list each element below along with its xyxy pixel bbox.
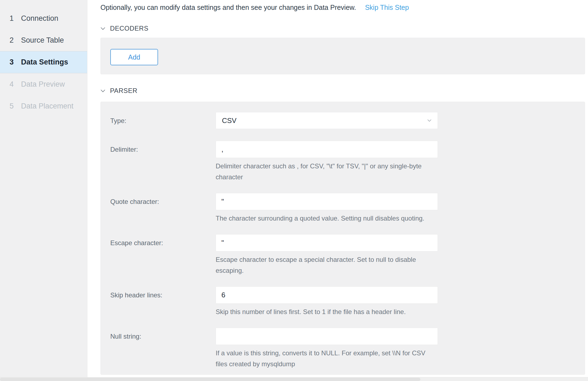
sidebar-item-data-placement[interactable]: 5 Data Placement [0, 95, 87, 117]
delimiter-help-text: Delimiter character such as , for CSV, "… [216, 161, 434, 183]
type-select[interactable]: CSV [216, 112, 438, 129]
step-number: 4 [10, 80, 21, 89]
escape-character-input[interactable] [216, 234, 438, 251]
field-row-quote-character: Quote character: The character surroundi… [110, 193, 585, 224]
type-label: Type: [110, 112, 216, 129]
decoders-panel: Add [100, 38, 585, 74]
null-string-label: Null string: [110, 328, 216, 370]
sidebar-item-data-preview[interactable]: 4 Data Preview [0, 73, 87, 95]
delimiter-label: Delimiter: [110, 141, 216, 183]
page-instruction: Optionally, you can modify data settings… [100, 3, 585, 12]
escape-character-help-text: Escape character to escape a special cha… [216, 254, 434, 276]
escape-character-label: Escape character: [110, 234, 216, 276]
step-label: Data Preview [21, 80, 65, 89]
field-row-escape-character: Escape character: Escape character to es… [110, 234, 585, 276]
add-decoder-button[interactable]: Add [110, 49, 158, 65]
step-label: Source Table [21, 36, 64, 45]
instruction-text: Optionally, you can modify data settings… [100, 4, 356, 11]
field-row-delimiter: Delimiter: Delimiter character such as ,… [110, 141, 585, 183]
step-number: 5 [10, 102, 21, 110]
decoders-section-header[interactable]: DECODERS [100, 25, 585, 32]
sidebar-item-source-table[interactable]: 2 Source Table [0, 29, 87, 51]
skip-header-lines-label: Skip header lines: [110, 286, 216, 317]
sidebar-item-data-settings[interactable]: 3 Data Settings [0, 51, 87, 73]
chevron-down-icon [427, 119, 432, 122]
quote-character-help-text: The character surrounding a quoted value… [216, 213, 434, 224]
skip-header-lines-help-text: Skip this number of lines first. Set to … [216, 306, 434, 317]
chevron-down-icon [100, 27, 105, 30]
chevron-down-icon [100, 89, 105, 92]
field-row-skip-header-lines: Skip header lines: Skip this number of l… [110, 286, 585, 317]
quote-character-label: Quote character: [110, 193, 216, 224]
field-row-null-string: Null string: If a value is this string, … [110, 328, 585, 370]
parser-section-header[interactable]: PARSER [100, 87, 585, 95]
field-row-type: Type: CSV [110, 112, 585, 129]
null-string-help-text: If a value is this string, converts it t… [216, 348, 434, 370]
wizard-steps-sidebar: 1 Connection 2 Source Table 3 Data Setti… [0, 0, 87, 377]
parser-panel: Type: CSV Delimiter: Delimiter character… [100, 102, 585, 375]
step-label: Data Settings [21, 58, 68, 66]
data-settings-page: Optionally, you can modify data settings… [88, 0, 588, 377]
step-number: 3 [10, 58, 21, 66]
step-label: Connection [21, 14, 58, 23]
skip-header-lines-input[interactable] [216, 286, 438, 304]
step-number: 2 [10, 36, 21, 45]
quote-character-input[interactable] [216, 193, 438, 210]
delimiter-input[interactable] [216, 141, 438, 158]
step-number: 1 [10, 14, 21, 23]
null-string-input[interactable] [216, 328, 438, 345]
step-label: Data Placement [21, 102, 73, 110]
horizontal-scrollbar [0, 377, 588, 381]
sidebar-item-connection[interactable]: 1 Connection [0, 7, 87, 29]
decoders-section-title: DECODERS [110, 25, 149, 32]
skip-this-step-link[interactable]: Skip This Step [365, 4, 409, 11]
parser-section-title: PARSER [110, 87, 138, 95]
type-select-value: CSV [222, 116, 236, 125]
horizontal-scrollbar-thumb[interactable] [0, 378, 420, 381]
